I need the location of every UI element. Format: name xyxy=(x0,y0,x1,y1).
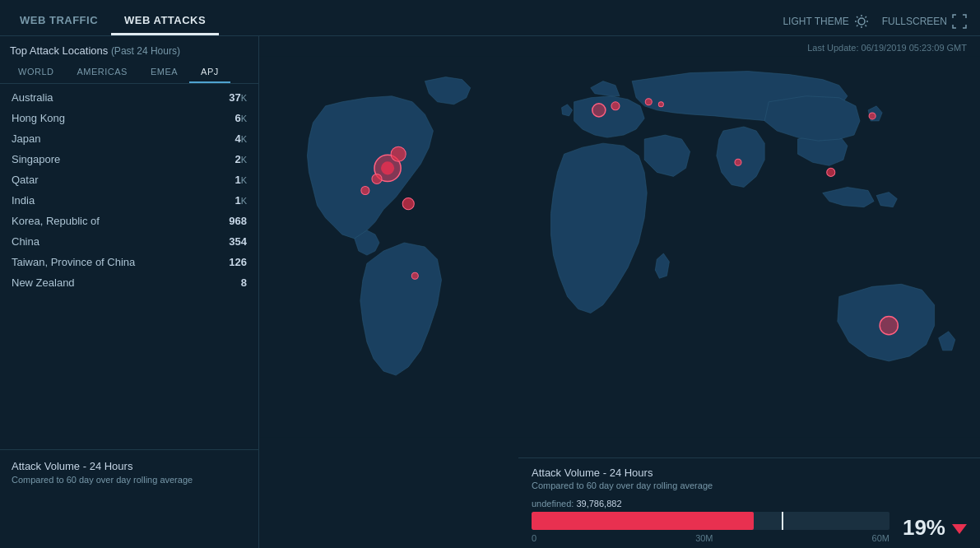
country-name: Taiwan, Province of China xyxy=(12,256,135,268)
country-row: Korea, Republic of 968 xyxy=(0,211,258,231)
progress-labels: 0 30M 60M xyxy=(532,533,889,543)
attack-dot-eu1 xyxy=(592,104,606,117)
region-tab-world[interactable]: WORLD xyxy=(7,62,65,83)
svg-line-5 xyxy=(857,16,857,17)
region-tab-emea[interactable]: EMEA xyxy=(139,62,189,83)
fullscreen-label: FULLSCREEN xyxy=(882,16,947,27)
volume-subtitle-right: Compared to 60 day over day rolling aver… xyxy=(532,481,713,490)
progress-section: undefined: 39,786,882 undefined: 49M und… xyxy=(532,499,967,543)
bottom-bar: Attack Volume - 24 Hours Compared to 60 … xyxy=(518,457,980,548)
light-theme-button[interactable]: LIGHT THEME xyxy=(783,14,868,29)
percentage-display: 19% xyxy=(903,515,967,541)
country-row: Hong Kong 6K xyxy=(0,108,258,128)
country-row: Japan 4K xyxy=(0,128,258,149)
country-row: New Zealand 8 xyxy=(0,272,258,293)
progress-bar-fill xyxy=(532,512,754,530)
attack-dot-india xyxy=(735,159,741,165)
country-row: China 354 xyxy=(0,231,258,252)
country-count: 8 xyxy=(241,276,247,289)
country-name: Korea, Republic of xyxy=(12,215,100,227)
progress-label-0: 0 xyxy=(532,533,536,543)
chevron-down-icon[interactable] xyxy=(952,524,967,534)
country-row: Taiwan, Province of China 126 xyxy=(0,252,258,272)
volume-heading-right: Attack Volume - 24 Hours Compared to 60 … xyxy=(532,467,713,499)
world-map xyxy=(259,36,980,457)
svg-line-7 xyxy=(865,16,866,17)
tab-web-attacks[interactable]: WEB ATTACKS xyxy=(111,7,219,35)
country-count: 354 xyxy=(229,235,247,248)
country-name: China xyxy=(12,235,39,248)
main-content: Top Attack Locations (Past 24 Hours) WOR… xyxy=(0,36,980,548)
attack-dot-na2 xyxy=(391,146,406,161)
country-name: Hong Kong xyxy=(12,112,65,124)
country-name: New Zealand xyxy=(12,276,75,289)
bottom-bar-top: Attack Volume - 24 Hours Compared to 60 … xyxy=(532,467,967,499)
light-theme-label: LIGHT THEME xyxy=(783,16,848,27)
map-area: Last Update: 06/19/2019 05:23:09 GMT xyxy=(259,36,980,548)
progress-bar-bg: undefined: 49M undefined xyxy=(532,512,889,530)
fullscreen-button[interactable]: FULLSCREEN xyxy=(882,14,967,29)
section-subtitle: (Past 24 Hours) xyxy=(111,45,180,57)
country-row: India 1K xyxy=(0,190,258,211)
country-count: 1K xyxy=(235,194,247,207)
country-name: India xyxy=(12,194,35,207)
volume-subtitle: Compared to 60 day over day rolling aver… xyxy=(12,475,247,485)
attack-dot-na4 xyxy=(361,186,369,194)
country-count: 4K xyxy=(235,132,247,145)
nav-right-controls: LIGHT THEME FULLSCREEN xyxy=(783,14,967,29)
svg-line-8 xyxy=(857,25,857,26)
attack-dot-japan xyxy=(869,113,875,119)
attack-dot-na3 xyxy=(372,174,382,183)
svg-line-6 xyxy=(865,25,866,26)
country-row: Singapore 2K xyxy=(0,149,258,170)
country-count: 968 xyxy=(229,215,247,227)
country-count: 6K xyxy=(235,112,247,124)
attack-dot-ru xyxy=(645,99,652,105)
country-name: Japan xyxy=(12,132,40,145)
country-row: Australia 37K xyxy=(0,87,258,108)
attack-dot-eu2 xyxy=(611,102,620,110)
section-title: Top Attack Locations (Past 24 Hours) xyxy=(10,44,180,57)
region-tab-apj[interactable]: APJ xyxy=(189,62,230,83)
attack-dot-sea xyxy=(827,168,835,176)
country-count: 37K xyxy=(229,91,247,104)
progress-bar-wrapper: undefined: 49M undefined 0 30M 60M xyxy=(532,512,889,543)
sun-icon xyxy=(854,14,869,29)
progress-marker xyxy=(782,512,783,530)
top-navigation: WEB TRAFFIC WEB ATTACKS LIGHT THEME FULL… xyxy=(0,0,980,36)
country-count: 126 xyxy=(229,256,247,268)
region-tabs: WORLD AMERICAS EMEA APJ xyxy=(0,62,258,84)
volume-title: Attack Volume - 24 Hours xyxy=(12,460,247,472)
fullscreen-icon xyxy=(952,14,967,29)
svg-point-0 xyxy=(858,18,865,25)
country-list-wrapper: Australia 37K Hong Kong 6K Japan 4K Sing… xyxy=(0,84,258,449)
country-name: Australia xyxy=(12,91,53,104)
volume-title-right: Attack Volume - 24 Hours xyxy=(532,467,713,479)
nav-tabs: WEB TRAFFIC WEB ATTACKS xyxy=(7,7,219,35)
attack-dot-na-small xyxy=(381,161,394,174)
country-list[interactable]: Australia 37K Hong Kong 6K Japan 4K Sing… xyxy=(0,84,258,449)
left-panel: Top Attack Locations (Past 24 Hours) WOR… xyxy=(0,36,259,548)
progress-label-60m: 60M xyxy=(872,533,889,543)
attack-dot-au xyxy=(880,317,898,335)
country-row: Qatar 1K xyxy=(0,170,258,190)
attack-locations-section: Top Attack Locations (Past 24 Hours) WOR… xyxy=(0,36,258,449)
attack-dot-mexico xyxy=(402,198,414,210)
country-count: 1K xyxy=(235,174,247,186)
section-header: Top Attack Locations (Past 24 Hours) xyxy=(0,36,258,62)
progress-container: undefined: 49M undefined 0 30M 60M 19% xyxy=(532,512,967,543)
region-tab-americas[interactable]: AMERICAS xyxy=(65,62,138,83)
bar-tooltip-text: undefined: 39,786,882 xyxy=(532,499,967,509)
country-count: 2K xyxy=(235,153,247,165)
country-name: Qatar xyxy=(12,174,39,186)
tab-web-traffic[interactable]: WEB TRAFFIC xyxy=(7,7,111,35)
country-name: Singapore xyxy=(12,153,60,165)
map-container xyxy=(259,36,980,457)
percentage-value: 19% xyxy=(903,515,945,541)
attack-dot-brazil xyxy=(411,272,418,279)
attack-volume-section: Attack Volume - 24 Hours Compared to 60 … xyxy=(0,449,258,548)
attack-dot-ru2 xyxy=(658,102,663,107)
progress-label-30m: 30M xyxy=(695,533,713,543)
